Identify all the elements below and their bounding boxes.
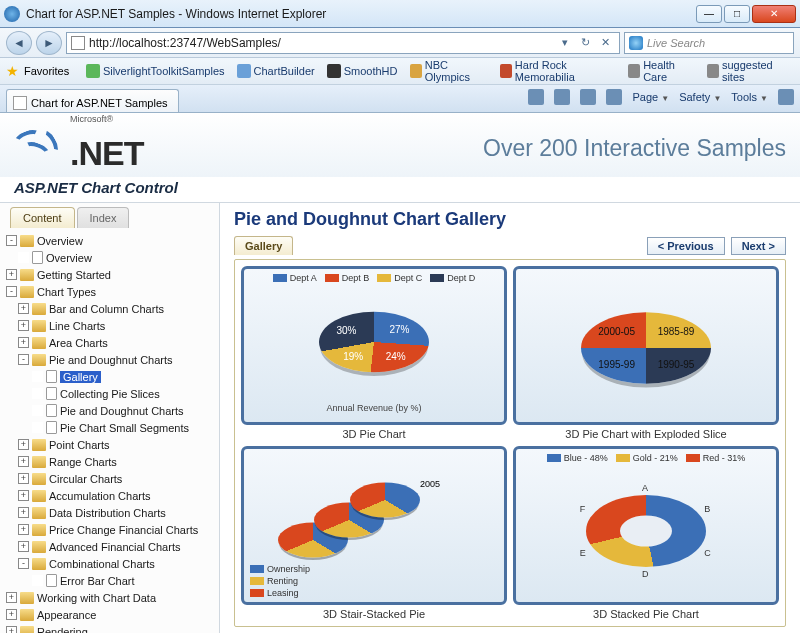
favorite-link[interactable]: suggested sites	[702, 57, 794, 85]
tree-node[interactable]: -Combinational Charts	[2, 555, 217, 572]
expand-spacer	[32, 371, 43, 382]
favorite-link[interactable]: NBC Olympics	[405, 57, 493, 85]
tree-node[interactable]: -Overview	[2, 232, 217, 249]
tree-node[interactable]: +Getting Started	[2, 266, 217, 283]
search-box[interactable]: Live Search	[624, 32, 794, 54]
folder-icon	[32, 439, 46, 451]
expand-icon[interactable]: +	[6, 609, 17, 620]
expand-icon[interactable]: +	[18, 320, 29, 331]
expand-icon[interactable]: +	[18, 303, 29, 314]
expand-icon[interactable]: +	[18, 473, 29, 484]
print-icon[interactable]	[606, 89, 622, 105]
chart-1-caption: 3D Pie Chart	[343, 428, 406, 440]
tools-menu[interactable]: Tools ▼	[731, 91, 768, 103]
dropdown-icon[interactable]: ▾	[555, 33, 575, 53]
tree-node[interactable]: +Line Charts	[2, 317, 217, 334]
next-button[interactable]: Next >	[731, 237, 786, 255]
tree-node[interactable]: +Appearance	[2, 606, 217, 623]
star-icon[interactable]: ★	[6, 63, 19, 79]
tree-node[interactable]: +Point Charts	[2, 436, 217, 453]
product-name: ASP.NET Chart Control	[0, 177, 800, 203]
nav-tree: -OverviewOverview+Getting Started-Chart …	[0, 228, 219, 633]
tree-node[interactable]: +Accumulation Charts	[2, 487, 217, 504]
expand-icon[interactable]: -	[18, 354, 29, 365]
feeds-icon[interactable]	[554, 89, 570, 105]
logo-microsoft: Microsoft®	[70, 114, 143, 124]
tree-node[interactable]: +Price Change Financial Charts	[2, 521, 217, 538]
folder-icon	[20, 609, 34, 621]
tree-label: Bar and Column Charts	[49, 303, 164, 315]
back-button[interactable]: ◄	[6, 31, 32, 55]
expand-icon[interactable]: +	[18, 337, 29, 348]
tree-node[interactable]: +Working with Chart Data	[2, 589, 217, 606]
folder-icon	[20, 626, 34, 634]
tree-node[interactable]: +Area Charts	[2, 334, 217, 351]
expand-icon[interactable]: +	[6, 626, 17, 633]
expand-spacer	[32, 575, 43, 586]
tree-node[interactable]: +Data Distribution Charts	[2, 504, 217, 521]
forward-button[interactable]: ►	[36, 31, 62, 55]
expand-icon[interactable]: +	[18, 456, 29, 467]
folder-icon	[32, 541, 46, 553]
tree-node[interactable]: -Chart Types	[2, 283, 217, 300]
tab-index[interactable]: Index	[77, 207, 130, 228]
expand-icon[interactable]: -	[6, 286, 17, 297]
chart-1-legend: Dept ADept BDept CDept D	[248, 273, 500, 283]
tree-node[interactable]: Error Bar Chart	[2, 572, 217, 589]
legend-item: Dept C	[377, 273, 422, 283]
tree-node[interactable]: Gallery	[2, 368, 217, 385]
tree-node[interactable]: Pie and Doughnut Charts	[2, 402, 217, 419]
favorites-label[interactable]: Favorites	[24, 65, 69, 77]
nav-toolbar: ◄ ► ▾ ↻ ✕ Live Search	[0, 28, 800, 58]
maximize-button[interactable]: □	[724, 5, 750, 23]
page-tab[interactable]: Chart for ASP.NET Samples	[6, 89, 179, 112]
folder-icon	[32, 337, 46, 349]
url-input[interactable]	[89, 36, 555, 50]
chart-card-3[interactable]: 200320042005 OwnershipRentingLeasing 3D …	[241, 446, 507, 620]
tree-node[interactable]: +Range Charts	[2, 453, 217, 470]
expand-icon[interactable]: +	[6, 269, 17, 280]
expand-icon[interactable]: +	[18, 439, 29, 450]
safety-menu[interactable]: Safety ▼	[679, 91, 721, 103]
expand-icon[interactable]: +	[18, 541, 29, 552]
minimize-button[interactable]: —	[696, 5, 722, 23]
favorite-link[interactable]: Health Care	[623, 57, 700, 85]
folder-icon	[32, 303, 46, 315]
help-icon[interactable]	[778, 89, 794, 105]
tree-node[interactable]: Pie Chart Small Segments	[2, 419, 217, 436]
tree-node[interactable]: +Bar and Column Charts	[2, 300, 217, 317]
tree-node[interactable]: Collecting Pie Slices	[2, 385, 217, 402]
favorite-link[interactable]: SilverlightToolkitSamples	[81, 62, 230, 80]
favorite-link[interactable]: Hard Rock Memorabilia	[495, 57, 621, 85]
chart-card-4[interactable]: Blue - 48%Gold - 21%Red - 31% ABCDEF 3D …	[513, 446, 779, 620]
favorite-link[interactable]: ChartBuilder	[232, 62, 320, 80]
expand-icon[interactable]: -	[18, 558, 29, 569]
tree-node[interactable]: -Pie and Doughnut Charts	[2, 351, 217, 368]
tree-node[interactable]: +Rendering	[2, 623, 217, 633]
home-icon[interactable]	[528, 89, 544, 105]
favorite-label: suggested sites	[722, 59, 789, 83]
chart-card-2[interactable]: 1985-891990-951995-992000-05 3D Pie Char…	[513, 266, 779, 440]
expand-icon[interactable]: +	[18, 507, 29, 518]
legend-item: Gold - 21%	[616, 453, 678, 463]
refresh-icon[interactable]: ↻	[575, 33, 595, 53]
expand-icon[interactable]: -	[6, 235, 17, 246]
tab-content[interactable]: Content	[10, 207, 75, 228]
expand-icon[interactable]: +	[18, 490, 29, 501]
tree-label: Price Change Financial Charts	[49, 524, 198, 536]
tree-node[interactable]: +Circular Charts	[2, 470, 217, 487]
page-menu[interactable]: Page ▼	[632, 91, 669, 103]
expand-icon[interactable]: +	[6, 592, 17, 603]
stop-icon[interactable]: ✕	[595, 33, 615, 53]
close-button[interactable]: ✕	[752, 5, 796, 23]
mail-icon[interactable]	[580, 89, 596, 105]
favorite-link[interactable]: SmoothHD	[322, 62, 403, 80]
prev-button[interactable]: < Previous	[647, 237, 725, 255]
gallery-tab[interactable]: Gallery	[234, 236, 293, 255]
page-icon	[71, 36, 85, 50]
expand-icon[interactable]: +	[18, 524, 29, 535]
tree-node[interactable]: Overview	[2, 249, 217, 266]
chart-card-1[interactable]: Dept ADept BDept CDept D 27%24%19%30% An…	[241, 266, 507, 440]
address-bar[interactable]: ▾ ↻ ✕	[66, 32, 620, 54]
tree-node[interactable]: +Advanced Financial Charts	[2, 538, 217, 555]
